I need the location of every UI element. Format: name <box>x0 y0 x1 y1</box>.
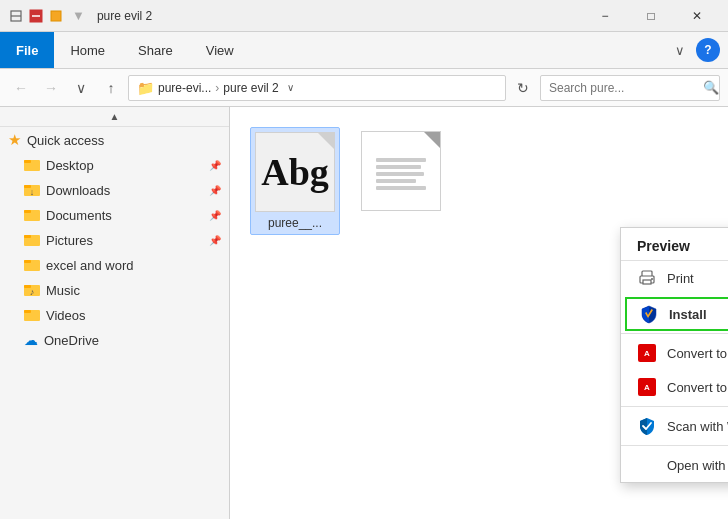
tb-icon-3[interactable] <box>48 8 64 24</box>
context-menu-defender[interactable]: Scan with Windows Defender... <box>621 409 728 443</box>
sidebar-item-downloads[interactable]: ↓ Downloads 📌 <box>0 178 229 203</box>
context-menu: Preview Print <box>620 227 728 483</box>
pin-icon-downloads: 📌 <box>209 185 221 196</box>
svg-rect-20 <box>24 310 31 313</box>
sidebar-item-desktop[interactable]: Desktop 📌 <box>0 153 229 178</box>
title-bar-controls: − □ ✕ <box>582 0 720 32</box>
path-icon: 📁 <box>137 80 154 96</box>
context-menu-pdf1[interactable]: A Convert to Adobe PDF <box>621 336 728 370</box>
pin-icon-desktop: 📌 <box>209 160 221 171</box>
sidebar-items: ★ Quick access Desktop 📌 ↓ Downloads 📌 <box>0 107 229 352</box>
context-menu-print-label: Print <box>667 271 694 286</box>
back-button[interactable]: ← <box>8 75 34 101</box>
svg-text:↓: ↓ <box>30 187 35 196</box>
context-divider-1 <box>621 333 728 334</box>
sidebar-label-excel-word: excel and word <box>46 258 133 273</box>
pdf-icon-1: A <box>637 343 657 363</box>
sidebar-item-pictures[interactable]: Pictures 📌 <box>0 228 229 253</box>
tab-file[interactable]: File <box>0 32 54 68</box>
context-menu-pdf2[interactable]: A Convert to Adobe PDF and EMa... <box>621 370 728 404</box>
pin-icon-documents: 📌 <box>209 210 221 221</box>
sidebar-label-downloads: Downloads <box>46 183 110 198</box>
sidebar-label-music: Music <box>46 283 80 298</box>
ribbon-tabs: File Home Share View ∨ ? <box>0 32 728 68</box>
refresh-button[interactable]: ↻ <box>510 75 536 101</box>
open-with-icon <box>637 455 657 475</box>
defender-icon <box>637 416 657 436</box>
print-icon <box>637 268 657 288</box>
svg-point-24 <box>651 278 653 280</box>
maximize-button[interactable]: □ <box>628 0 674 32</box>
context-menu-install[interactable]: Install <box>625 297 728 331</box>
path-arrow-dropdown[interactable]: ∨ <box>283 75 299 101</box>
up-button[interactable]: ↑ <box>98 75 124 101</box>
title-bar-icons: ▼ <box>8 8 89 24</box>
context-menu-pdf2-label: Convert to Adobe PDF and EMa... <box>667 380 728 395</box>
folder-icon-videos <box>24 307 40 324</box>
context-menu-overlay: Preview Print <box>230 107 728 519</box>
close-button[interactable]: ✕ <box>674 0 720 32</box>
path-segment-2[interactable]: pure evil 2 <box>223 81 278 95</box>
sidebar-item-excel-word[interactable]: excel and word <box>0 253 229 278</box>
ribbon-collapse-button[interactable]: ∨ <box>668 38 692 62</box>
pin-icon-pictures: 📌 <box>209 235 221 246</box>
sidebar-item-music[interactable]: ♪ Music <box>0 278 229 303</box>
context-menu-defender-label: Scan with Windows Defender... <box>667 419 728 434</box>
sidebar-label-desktop: Desktop <box>46 158 94 173</box>
svg-rect-13 <box>24 235 31 238</box>
main-area: ▲ ★ Quick access Desktop 📌 ↓ Downloads <box>0 107 728 519</box>
ribbon-right: ∨ ? <box>668 38 728 62</box>
sidebar-scroll-up[interactable]: ▲ <box>0 107 229 127</box>
svg-rect-4 <box>51 11 61 21</box>
context-menu-openwith-label: Open with <box>667 458 726 473</box>
sidebar: ▲ ★ Quick access Desktop 📌 ↓ Downloads <box>0 107 230 519</box>
ribbon: File Home Share View ∨ ? <box>0 32 728 69</box>
sidebar-item-videos[interactable]: Videos <box>0 303 229 328</box>
search-input[interactable] <box>549 81 699 95</box>
context-divider-2 <box>621 406 728 407</box>
path-separator: › <box>215 81 219 95</box>
minimize-button[interactable]: − <box>582 0 628 32</box>
shield-install-icon <box>639 304 659 324</box>
help-button[interactable]: ? <box>696 38 720 62</box>
folder-icon-excel-word <box>24 257 40 274</box>
sidebar-label-quick-access: Quick access <box>27 133 104 148</box>
window-title: pure evil 2 <box>97 9 582 23</box>
content-area: Abg puree__... <box>230 107 728 519</box>
dropdown-nav-button[interactable]: ∨ <box>68 75 94 101</box>
context-divider-3 <box>621 445 728 446</box>
folder-icon-pictures <box>24 232 40 249</box>
forward-button[interactable]: → <box>38 75 64 101</box>
title-bar-separator: ▼ <box>72 8 85 24</box>
tb-icon-2[interactable] <box>28 8 44 24</box>
sidebar-item-onedrive[interactable]: ☁ OneDrive <box>0 328 229 352</box>
search-box[interactable]: 🔍 <box>540 75 720 101</box>
search-icon: 🔍 <box>703 80 719 95</box>
context-menu-print[interactable]: Print <box>621 261 728 295</box>
quick-access-icon: ★ <box>8 131 21 149</box>
path-segment-1[interactable]: pure-evi... <box>158 81 211 95</box>
folder-icon-downloads: ↓ <box>24 182 40 199</box>
context-menu-install-label: Install <box>669 307 707 322</box>
context-menu-openwith[interactable]: Open with <box>621 448 728 482</box>
sidebar-item-documents[interactable]: Documents 📌 <box>0 203 229 228</box>
pdf-icon-2: A <box>637 377 657 397</box>
address-bar: ← → ∨ ↑ 📁 pure-evi... › pure evil 2 ∨ ↻ … <box>0 69 728 107</box>
svg-rect-15 <box>24 260 31 263</box>
svg-rect-11 <box>24 210 31 213</box>
sidebar-label-pictures: Pictures <box>46 233 93 248</box>
sidebar-label-videos: Videos <box>46 308 86 323</box>
tb-icon-1[interactable] <box>8 8 24 24</box>
address-path[interactable]: 📁 pure-evi... › pure evil 2 ∨ <box>128 75 506 101</box>
context-menu-header: Preview <box>621 228 728 261</box>
tab-home[interactable]: Home <box>54 32 122 68</box>
svg-rect-23 <box>643 280 651 284</box>
title-bar: ▼ pure evil 2 − □ ✕ <box>0 0 728 32</box>
folder-icon-desktop <box>24 157 40 174</box>
svg-text:♪: ♪ <box>30 287 35 296</box>
tab-view[interactable]: View <box>190 32 251 68</box>
sidebar-label-documents: Documents <box>46 208 112 223</box>
svg-rect-6 <box>24 160 31 163</box>
sidebar-item-quick-access[interactable]: ★ Quick access <box>0 127 229 153</box>
tab-share[interactable]: Share <box>122 32 190 68</box>
